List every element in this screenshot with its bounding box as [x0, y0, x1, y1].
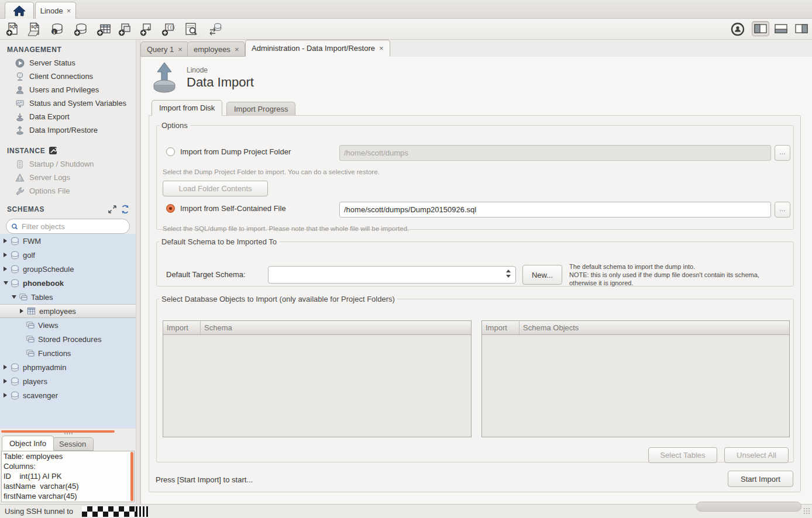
tab-import-from-disk[interactable]: Import from Disk: [152, 100, 222, 116]
tree-item-golf[interactable]: golf: [0, 248, 136, 262]
column-header-import[interactable]: Import: [482, 321, 519, 334]
sidebar-item-data-export[interactable]: Data Export: [0, 110, 136, 123]
tab-administration[interactable]: Administration - Data Import/Restore×: [245, 40, 390, 57]
file-radio-button[interactable]: [166, 204, 175, 213]
sidebar-splitter[interactable]: [0, 429, 136, 434]
toggle-bottom-panel-icon[interactable]: [772, 21, 790, 36]
sidebar-item-data-import[interactable]: Data Import/Restore: [0, 123, 136, 137]
tree-item-players[interactable]: players: [0, 374, 136, 388]
vertical-splitter[interactable]: [136, 40, 140, 504]
column-header-schema[interactable]: Schema: [201, 321, 471, 334]
close-icon[interactable]: ×: [178, 45, 183, 54]
tree-item-views[interactable]: Views: [0, 318, 136, 332]
chevron-right-icon[interactable]: [4, 365, 8, 369]
schema-objects-table[interactable]: Import Schema Objects: [481, 320, 790, 437]
chevron-right-icon[interactable]: [4, 379, 8, 384]
file-path-input[interactable]: [339, 202, 771, 217]
new-view-icon[interactable]: [118, 22, 133, 37]
column-header-import[interactable]: Import: [163, 321, 201, 334]
schema-icon: [11, 391, 19, 400]
folder-browse-button[interactable]: ...: [775, 145, 790, 161]
tree-item-groupschedule[interactable]: groupSchedule: [0, 262, 136, 276]
tab-session[interactable]: Session: [51, 437, 94, 451]
page-title: Data Import: [187, 75, 254, 90]
sidebar-item-options-file[interactable]: Options File: [0, 184, 136, 198]
tree-item-phpmyadmin[interactable]: phpmyadmin: [0, 360, 136, 374]
new-connection-icon[interactable]: [73, 22, 88, 37]
close-icon[interactable]: ×: [235, 45, 239, 54]
tab-employees[interactable]: employees×: [187, 42, 245, 57]
folder-path-input[interactable]: [339, 145, 771, 161]
tree-item-fwm[interactable]: FWM: [0, 234, 136, 248]
schema-icon: [11, 237, 19, 246]
start-import-button[interactable]: Start Import: [728, 471, 793, 487]
default-target-schema-label: Default Target Schema:: [166, 270, 246, 279]
object-info-scrollbar[interactable]: [130, 452, 133, 501]
select-tables-button[interactable]: Select Tables: [648, 447, 717, 463]
chevron-right-icon[interactable]: [4, 267, 8, 271]
views-folder-icon: [26, 321, 35, 330]
object-info-line: Columns:: [2, 461, 134, 471]
connection-info-icon[interactable]: i: [50, 22, 65, 37]
tree-item-employees[interactable]: employees: [0, 304, 136, 318]
redacted-host-pattern: [82, 506, 136, 517]
tree-item-functions[interactable]: Functions: [0, 346, 136, 360]
toggle-right-panel-icon[interactable]: [793, 21, 810, 36]
spinner-arrows-icon[interactable]: [506, 270, 511, 281]
tree-item-stored-procedures[interactable]: Stored Procedures: [0, 332, 136, 346]
new-schema-button[interactable]: New...: [522, 265, 562, 285]
schema-objects-table-header: Import Schema Objects: [482, 321, 789, 335]
default-target-schema-combo[interactable]: [268, 266, 516, 284]
close-icon[interactable]: ×: [379, 44, 384, 53]
resize-grip[interactable]: [803, 507, 810, 514]
data-import-arrow-icon: [152, 61, 177, 93]
sidebar-item-users-privileges[interactable]: Users and Privileges: [0, 83, 136, 96]
chevron-down-icon[interactable]: [4, 281, 8, 285]
column-header-schema-objects[interactable]: Schema Objects: [519, 321, 789, 334]
home-tab[interactable]: [5, 2, 34, 19]
toggle-left-panel-icon[interactable]: [752, 21, 769, 36]
close-icon[interactable]: ×: [67, 6, 71, 15]
chevron-right-icon[interactable]: [20, 309, 25, 313]
load-folder-contents-button[interactable]: Load Folder Contents: [163, 181, 268, 196]
tab-import-progress[interactable]: Import Progress: [226, 102, 295, 116]
sidebar-item-status-variables[interactable]: Status and System Variables: [0, 96, 136, 110]
schema-table[interactable]: Import Schema: [163, 320, 472, 437]
chevron-down-icon[interactable]: [12, 295, 16, 299]
table-inspector-icon[interactable]: [184, 22, 199, 37]
schema-filter-input[interactable]: [22, 222, 125, 231]
chevron-right-icon[interactable]: [4, 393, 8, 398]
connection-tab-label: Linode: [40, 6, 63, 15]
user-account-icon[interactable]: [730, 22, 745, 37]
sidebar-item-server-logs[interactable]: Server Logs: [0, 171, 136, 184]
new-table-icon[interactable]: [96, 22, 111, 37]
folder-help-text: Select the Dump Project Folder to import…: [163, 168, 380, 175]
tab-object-info[interactable]: Object Info: [2, 436, 54, 451]
schema-icon: [11, 279, 19, 288]
data-transfer-icon[interactable]: [208, 22, 223, 37]
file-browse-button[interactable]: ...: [775, 202, 790, 217]
connection-tab[interactable]: Linode ×: [35, 2, 76, 19]
new-sql-tab-icon[interactable]: SQL: [5, 22, 20, 37]
tree-item-scavenger[interactable]: scavenger: [0, 388, 136, 402]
chevron-right-icon[interactable]: [4, 239, 8, 243]
expand-panel-icon[interactable]: [108, 205, 117, 214]
new-routine-icon[interactable]: [139, 22, 154, 37]
folder-radio-button[interactable]: [166, 147, 175, 156]
tab-query1[interactable]: Query 1×: [140, 42, 189, 57]
sidebar-item-startup-shutdown[interactable]: Startup / Shutdown: [0, 157, 136, 171]
horizontal-scrollbar[interactable]: [696, 502, 801, 512]
chevron-right-icon[interactable]: [4, 253, 8, 257]
schema-icon: [11, 363, 19, 372]
new-function-icon[interactable]: {()}: [161, 22, 176, 37]
schema-icon: [11, 377, 19, 386]
tree-item-tables[interactable]: Tables: [0, 290, 136, 304]
sidebar-item-client-connections[interactable]: Client Connections: [0, 70, 136, 83]
tree-item-phonebook[interactable]: phonebook: [0, 276, 136, 290]
home-icon: [13, 5, 26, 16]
open-sql-file-icon[interactable]: SQL: [27, 22, 42, 37]
wrench-badge-icon: [49, 146, 57, 155]
sidebar-item-server-status[interactable]: Server Status: [0, 56, 136, 70]
unselect-all-button[interactable]: Unselect All: [724, 447, 789, 463]
refresh-icon[interactable]: [121, 205, 130, 214]
